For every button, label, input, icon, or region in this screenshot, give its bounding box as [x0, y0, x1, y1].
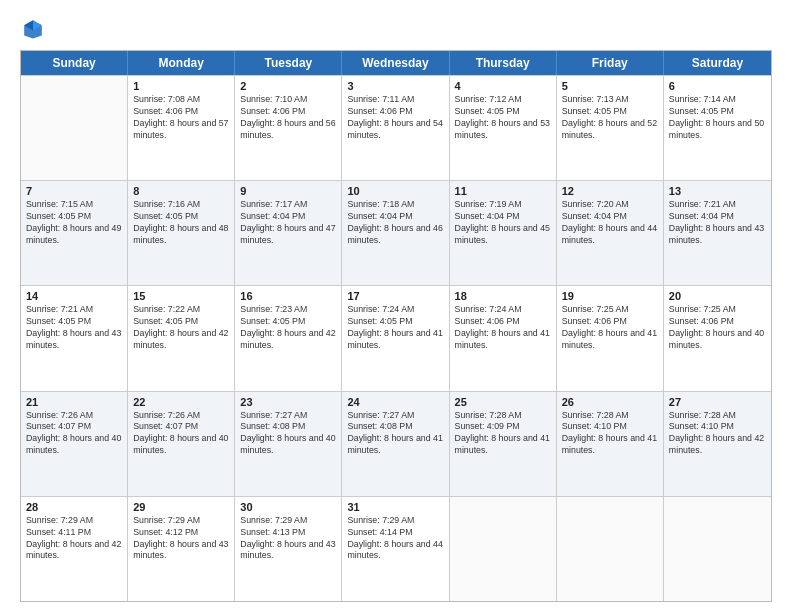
day-number: 5: [562, 80, 658, 92]
day-number: 18: [455, 290, 551, 302]
calendar-cell: 3Sunrise: 7:11 AMSunset: 4:06 PMDaylight…: [342, 76, 449, 180]
day-info: Sunrise: 7:28 AMSunset: 4:10 PMDaylight:…: [669, 410, 766, 458]
calendar-cell: 19Sunrise: 7:25 AMSunset: 4:06 PMDayligh…: [557, 286, 664, 390]
day-info: Sunrise: 7:27 AMSunset: 4:08 PMDaylight:…: [347, 410, 443, 458]
day-number: 29: [133, 501, 229, 513]
day-number: 20: [669, 290, 766, 302]
day-number: 30: [240, 501, 336, 513]
day-info: Sunrise: 7:12 AMSunset: 4:05 PMDaylight:…: [455, 94, 551, 142]
day-number: 25: [455, 396, 551, 408]
day-info: Sunrise: 7:25 AMSunset: 4:06 PMDaylight:…: [669, 304, 766, 352]
day-info: Sunrise: 7:19 AMSunset: 4:04 PMDaylight:…: [455, 199, 551, 247]
calendar-cell: 29Sunrise: 7:29 AMSunset: 4:12 PMDayligh…: [128, 497, 235, 601]
calendar-cell: 8Sunrise: 7:16 AMSunset: 4:05 PMDaylight…: [128, 181, 235, 285]
calendar-cell: 25Sunrise: 7:28 AMSunset: 4:09 PMDayligh…: [450, 392, 557, 496]
calendar-cell: 6Sunrise: 7:14 AMSunset: 4:05 PMDaylight…: [664, 76, 771, 180]
day-number: 28: [26, 501, 122, 513]
calendar-cell: 31Sunrise: 7:29 AMSunset: 4:14 PMDayligh…: [342, 497, 449, 601]
day-number: 26: [562, 396, 658, 408]
calendar-cell: 21Sunrise: 7:26 AMSunset: 4:07 PMDayligh…: [21, 392, 128, 496]
calendar: SundayMondayTuesdayWednesdayThursdayFrid…: [20, 50, 772, 602]
calendar-row-5: 28Sunrise: 7:29 AMSunset: 4:11 PMDayligh…: [21, 496, 771, 601]
day-info: Sunrise: 7:28 AMSunset: 4:10 PMDaylight:…: [562, 410, 658, 458]
day-info: Sunrise: 7:20 AMSunset: 4:04 PMDaylight:…: [562, 199, 658, 247]
calendar-row-4: 21Sunrise: 7:26 AMSunset: 4:07 PMDayligh…: [21, 391, 771, 496]
calendar-cell: 20Sunrise: 7:25 AMSunset: 4:06 PMDayligh…: [664, 286, 771, 390]
col-header-thursday: Thursday: [450, 51, 557, 75]
day-number: 31: [347, 501, 443, 513]
calendar-cell: 7Sunrise: 7:15 AMSunset: 4:05 PMDaylight…: [21, 181, 128, 285]
day-info: Sunrise: 7:24 AMSunset: 4:05 PMDaylight:…: [347, 304, 443, 352]
calendar-row-1: 1Sunrise: 7:08 AMSunset: 4:06 PMDaylight…: [21, 75, 771, 180]
day-info: Sunrise: 7:23 AMSunset: 4:05 PMDaylight:…: [240, 304, 336, 352]
calendar-cell: 27Sunrise: 7:28 AMSunset: 4:10 PMDayligh…: [664, 392, 771, 496]
col-header-wednesday: Wednesday: [342, 51, 449, 75]
day-info: Sunrise: 7:29 AMSunset: 4:14 PMDaylight:…: [347, 515, 443, 563]
logo-icon: [22, 18, 44, 40]
calendar-cell: 10Sunrise: 7:18 AMSunset: 4:04 PMDayligh…: [342, 181, 449, 285]
day-number: 24: [347, 396, 443, 408]
calendar-cell: 12Sunrise: 7:20 AMSunset: 4:04 PMDayligh…: [557, 181, 664, 285]
calendar-header-row: SundayMondayTuesdayWednesdayThursdayFrid…: [21, 51, 771, 75]
calendar-cell: 15Sunrise: 7:22 AMSunset: 4:05 PMDayligh…: [128, 286, 235, 390]
day-info: Sunrise: 7:16 AMSunset: 4:05 PMDaylight:…: [133, 199, 229, 247]
header: [20, 18, 772, 40]
day-number: 11: [455, 185, 551, 197]
day-number: 17: [347, 290, 443, 302]
day-info: Sunrise: 7:13 AMSunset: 4:05 PMDaylight:…: [562, 94, 658, 142]
col-header-sunday: Sunday: [21, 51, 128, 75]
day-info: Sunrise: 7:17 AMSunset: 4:04 PMDaylight:…: [240, 199, 336, 247]
calendar-cell: 11Sunrise: 7:19 AMSunset: 4:04 PMDayligh…: [450, 181, 557, 285]
calendar-cell: 4Sunrise: 7:12 AMSunset: 4:05 PMDaylight…: [450, 76, 557, 180]
calendar-cell: 9Sunrise: 7:17 AMSunset: 4:04 PMDaylight…: [235, 181, 342, 285]
calendar-body: 1Sunrise: 7:08 AMSunset: 4:06 PMDaylight…: [21, 75, 771, 601]
day-number: 10: [347, 185, 443, 197]
calendar-cell: 23Sunrise: 7:27 AMSunset: 4:08 PMDayligh…: [235, 392, 342, 496]
day-info: Sunrise: 7:11 AMSunset: 4:06 PMDaylight:…: [347, 94, 443, 142]
calendar-cell: 30Sunrise: 7:29 AMSunset: 4:13 PMDayligh…: [235, 497, 342, 601]
day-number: 19: [562, 290, 658, 302]
calendar-cell: 28Sunrise: 7:29 AMSunset: 4:11 PMDayligh…: [21, 497, 128, 601]
day-number: 14: [26, 290, 122, 302]
logo: [20, 18, 48, 40]
day-number: 13: [669, 185, 766, 197]
day-info: Sunrise: 7:24 AMSunset: 4:06 PMDaylight:…: [455, 304, 551, 352]
calendar-cell: 16Sunrise: 7:23 AMSunset: 4:05 PMDayligh…: [235, 286, 342, 390]
day-info: Sunrise: 7:29 AMSunset: 4:11 PMDaylight:…: [26, 515, 122, 563]
calendar-cell: 1Sunrise: 7:08 AMSunset: 4:06 PMDaylight…: [128, 76, 235, 180]
calendar-cell: 26Sunrise: 7:28 AMSunset: 4:10 PMDayligh…: [557, 392, 664, 496]
calendar-cell: [450, 497, 557, 601]
calendar-cell: [557, 497, 664, 601]
calendar-cell: 17Sunrise: 7:24 AMSunset: 4:05 PMDayligh…: [342, 286, 449, 390]
day-info: Sunrise: 7:10 AMSunset: 4:06 PMDaylight:…: [240, 94, 336, 142]
day-number: 6: [669, 80, 766, 92]
day-info: Sunrise: 7:29 AMSunset: 4:12 PMDaylight:…: [133, 515, 229, 563]
day-number: 22: [133, 396, 229, 408]
day-number: 9: [240, 185, 336, 197]
day-number: 23: [240, 396, 336, 408]
day-number: 7: [26, 185, 122, 197]
calendar-cell: 24Sunrise: 7:27 AMSunset: 4:08 PMDayligh…: [342, 392, 449, 496]
day-info: Sunrise: 7:29 AMSunset: 4:13 PMDaylight:…: [240, 515, 336, 563]
calendar-cell: [21, 76, 128, 180]
day-info: Sunrise: 7:15 AMSunset: 4:05 PMDaylight:…: [26, 199, 122, 247]
day-info: Sunrise: 7:22 AMSunset: 4:05 PMDaylight:…: [133, 304, 229, 352]
day-number: 1: [133, 80, 229, 92]
day-number: 2: [240, 80, 336, 92]
day-number: 3: [347, 80, 443, 92]
calendar-row-2: 7Sunrise: 7:15 AMSunset: 4:05 PMDaylight…: [21, 180, 771, 285]
calendar-row-3: 14Sunrise: 7:21 AMSunset: 4:05 PMDayligh…: [21, 285, 771, 390]
col-header-saturday: Saturday: [664, 51, 771, 75]
day-info: Sunrise: 7:21 AMSunset: 4:04 PMDaylight:…: [669, 199, 766, 247]
calendar-cell: 2Sunrise: 7:10 AMSunset: 4:06 PMDaylight…: [235, 76, 342, 180]
day-info: Sunrise: 7:28 AMSunset: 4:09 PMDaylight:…: [455, 410, 551, 458]
col-header-friday: Friday: [557, 51, 664, 75]
col-header-tuesday: Tuesday: [235, 51, 342, 75]
calendar-cell: 18Sunrise: 7:24 AMSunset: 4:06 PMDayligh…: [450, 286, 557, 390]
day-number: 4: [455, 80, 551, 92]
day-info: Sunrise: 7:27 AMSunset: 4:08 PMDaylight:…: [240, 410, 336, 458]
day-info: Sunrise: 7:21 AMSunset: 4:05 PMDaylight:…: [26, 304, 122, 352]
col-header-monday: Monday: [128, 51, 235, 75]
day-number: 15: [133, 290, 229, 302]
calendar-cell: [664, 497, 771, 601]
